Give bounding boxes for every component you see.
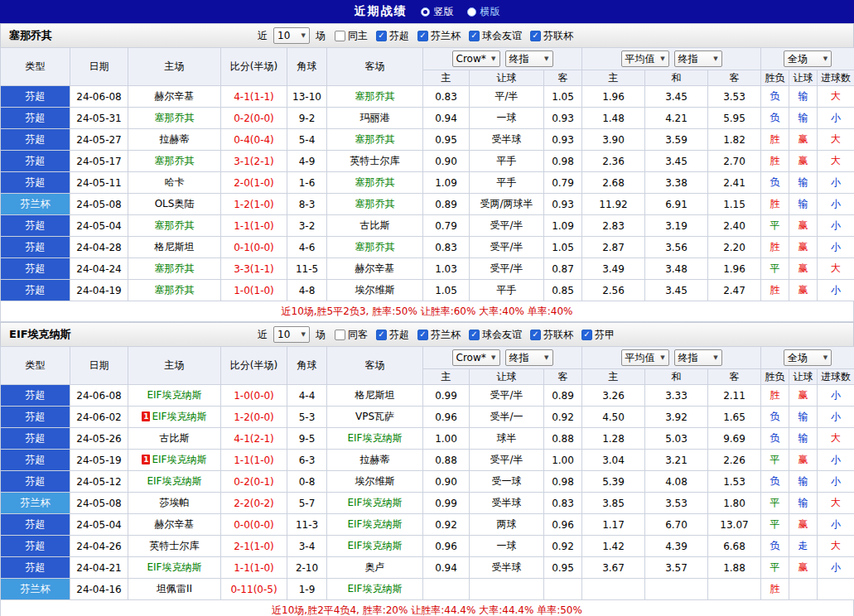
away-team-cell[interactable]: EIF埃克纳斯 xyxy=(327,428,423,450)
filter-option[interactable]: ✓芬兰杯 xyxy=(417,328,461,342)
odds-stage-select[interactable]: 终指 ▼ xyxy=(505,51,553,67)
league-type-cell[interactable]: 芬超 xyxy=(1,237,70,258)
match-scope-select[interactable]: 全场 ▼ xyxy=(784,349,832,366)
checkbox-checked-icon[interactable]: ✓ xyxy=(417,330,428,340)
chevron-down-icon: ▼ xyxy=(660,55,664,62)
league-type-cell[interactable]: 芬超 xyxy=(1,407,70,428)
average-select[interactable]: 平均值 ▼ xyxy=(621,51,669,67)
checkbox-checked-icon[interactable]: ✓ xyxy=(469,330,480,340)
filter-option[interactable]: ✓芬甲 xyxy=(581,328,615,342)
home-team-cell[interactable]: 坦佩雷II xyxy=(128,579,221,600)
home-team-cell[interactable]: 塞那乔其 xyxy=(128,280,221,301)
league-type-cell[interactable]: 芬超 xyxy=(1,385,70,407)
filter-option[interactable]: ✓球会友谊 xyxy=(469,328,522,342)
league-type-cell[interactable]: 芬超 xyxy=(1,450,70,471)
away-team-cell[interactable]: 玛丽港 xyxy=(327,108,423,129)
away-team-cell[interactable]: 古比斯 xyxy=(327,215,423,237)
home-team-cell[interactable]: 塞那乔其 xyxy=(128,258,221,280)
odds-stage-select[interactable]: 终指 ▼ xyxy=(505,349,553,366)
filter-option[interactable]: ✓芬兰杯 xyxy=(417,29,461,43)
league-type-cell[interactable]: 芬兰杯 xyxy=(1,194,70,215)
radio-selected-icon[interactable] xyxy=(421,7,430,17)
away-team-cell[interactable]: 格尼斯坦 xyxy=(327,385,423,407)
home-team-cell[interactable]: 莎埃帕 xyxy=(128,493,221,514)
checkbox-unchecked-icon[interactable] xyxy=(335,330,345,340)
away-team-cell[interactable]: EIF埃克纳斯 xyxy=(327,514,423,536)
radio-unselected-icon[interactable] xyxy=(467,7,476,17)
checkbox-unchecked-icon[interactable] xyxy=(335,31,345,41)
league-type-cell[interactable]: 芬超 xyxy=(1,557,70,579)
home-team-cell[interactable]: 赫尔辛基 xyxy=(128,86,221,108)
league-type-cell[interactable]: 芬超 xyxy=(1,428,70,450)
filter-option[interactable]: ✓芬联杯 xyxy=(530,328,573,342)
filter-option[interactable]: 同主 xyxy=(335,29,368,43)
away-team-cell[interactable]: 塞那乔其 xyxy=(327,172,423,194)
bookmaker-select[interactable]: Crow* ▼ xyxy=(452,349,500,366)
league-type-cell[interactable]: 芬超 xyxy=(1,86,70,108)
league-type-cell[interactable]: 芬超 xyxy=(1,514,70,536)
bookmaker-select[interactable]: Crow* ▼ xyxy=(452,51,500,67)
league-type-cell[interactable]: 芬超 xyxy=(1,172,70,194)
home-team-cell[interactable]: 塞那乔其 xyxy=(128,215,221,237)
home-team-cell[interactable]: EIF埃克纳斯 xyxy=(128,471,221,493)
league-type-cell[interactable]: 芬超 xyxy=(1,536,70,557)
home-team-cell[interactable]: 格尼斯坦 xyxy=(128,237,221,258)
away-team-cell[interactable]: 奥卢 xyxy=(327,557,423,579)
home-team-cell[interactable]: 1EIF埃克纳斯 xyxy=(128,450,221,471)
checkbox-checked-icon[interactable]: ✓ xyxy=(417,31,428,41)
home-team-cell[interactable]: EIF埃克纳斯 xyxy=(128,557,221,579)
layout-radio-vertical[interactable]: 竖版 xyxy=(421,5,454,19)
away-team-cell[interactable]: EIF埃克纳斯 xyxy=(327,493,423,514)
home-team-cell[interactable]: 古比斯 xyxy=(128,428,221,450)
away-team-cell[interactable]: 拉赫蒂 xyxy=(327,450,423,471)
score-cell: 4-1(1-1) xyxy=(221,86,287,108)
checkbox-checked-icon[interactable]: ✓ xyxy=(376,330,387,340)
league-type-cell[interactable]: 芬超 xyxy=(1,129,70,151)
home-team-cell[interactable]: 哈卡 xyxy=(128,172,221,194)
league-type-cell[interactable]: 芬超 xyxy=(1,280,70,301)
home-team-cell[interactable]: 英特士尔库 xyxy=(128,536,221,557)
away-team-cell[interactable]: 塞那乔其 xyxy=(327,194,423,215)
home-team-cell[interactable]: 塞那乔其 xyxy=(128,108,221,129)
checkbox-checked-icon[interactable]: ✓ xyxy=(530,330,541,340)
home-team-cell[interactable]: 赫尔辛基 xyxy=(128,514,221,536)
league-type-cell[interactable]: 芬超 xyxy=(1,471,70,493)
recent-count-select[interactable]: 10 ▼ xyxy=(273,27,310,44)
away-team-cell[interactable]: 塞那乔其 xyxy=(327,237,423,258)
avg-stage-select[interactable]: 终指 ▼ xyxy=(674,349,722,366)
filter-option[interactable]: ✓芬超 xyxy=(376,29,409,43)
league-type-cell[interactable]: 芬超 xyxy=(1,258,70,280)
league-type-cell[interactable]: 芬兰杯 xyxy=(1,579,70,600)
away-team-cell[interactable]: EIF埃克纳斯 xyxy=(327,536,423,557)
filter-option[interactable]: ✓球会友谊 xyxy=(469,29,522,43)
avg-stage-select[interactable]: 终指 ▼ xyxy=(674,51,722,67)
away-team-cell[interactable]: 赫尔辛基 xyxy=(327,258,423,280)
away-team-cell[interactable]: 埃尔维斯 xyxy=(327,280,423,301)
average-select[interactable]: 平均值 ▼ xyxy=(621,349,669,366)
home-team-cell[interactable]: OLS奥陆 xyxy=(128,194,221,215)
away-team-cell[interactable]: 塞那乔其 xyxy=(327,129,423,151)
away-team-cell[interactable]: VPS瓦萨 xyxy=(327,407,423,428)
checkbox-checked-icon[interactable]: ✓ xyxy=(376,31,387,41)
home-team-cell[interactable]: 塞那乔其 xyxy=(128,151,221,172)
filter-option[interactable]: ✓芬联杯 xyxy=(530,29,573,43)
away-team-cell[interactable]: 英特士尔库 xyxy=(327,151,423,172)
filter-option[interactable]: ✓芬超 xyxy=(376,328,409,342)
away-team-cell[interactable]: 埃尔维斯 xyxy=(327,471,423,493)
checkbox-checked-icon[interactable]: ✓ xyxy=(530,31,541,41)
home-team-cell[interactable]: EIF埃克纳斯 xyxy=(128,385,221,407)
away-team-cell[interactable]: EIF埃克纳斯 xyxy=(327,579,423,600)
league-type-cell[interactable]: 芬超 xyxy=(1,215,70,237)
away-team-cell[interactable]: 塞那乔其 xyxy=(327,86,423,108)
league-type-cell[interactable]: 芬超 xyxy=(1,151,70,172)
checkbox-checked-icon[interactable]: ✓ xyxy=(469,31,480,41)
home-team-cell[interactable]: 拉赫蒂 xyxy=(128,129,221,151)
league-type-cell[interactable]: 芬超 xyxy=(1,108,70,129)
match-scope-select[interactable]: 全场 ▼ xyxy=(784,51,832,67)
layout-radio-horizontal[interactable]: 横版 xyxy=(467,5,500,19)
checkbox-checked-icon[interactable]: ✓ xyxy=(581,330,592,340)
recent-count-select[interactable]: 10 ▼ xyxy=(273,326,310,343)
filter-option[interactable]: 同客 xyxy=(335,328,368,342)
home-team-cell[interactable]: 1EIF埃克纳斯 xyxy=(128,407,221,428)
league-type-cell[interactable]: 芬兰杯 xyxy=(1,493,70,514)
